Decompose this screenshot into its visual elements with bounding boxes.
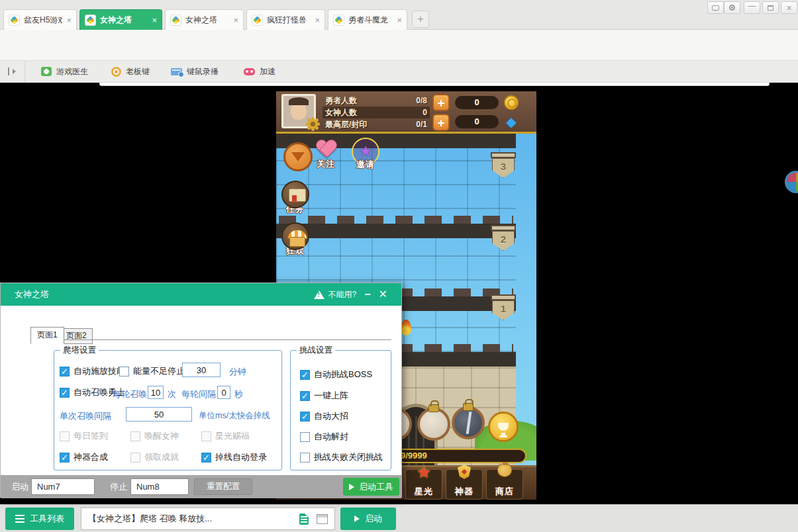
artifact-button[interactable]: 神器 (446, 469, 483, 500)
summon-gap-input[interactable] (126, 407, 192, 421)
panel-collapse-button[interactable] (283, 142, 313, 171)
starlight-button[interactable]: ★ 星光 (405, 469, 442, 500)
add-diamond-button[interactable]: + (432, 114, 450, 131)
current-task-field[interactable]: 【女神之塔】爬塔 召唤 释放技... (81, 508, 335, 530)
maximize-button[interactable] (762, 1, 779, 14)
checkbox-box[interactable] (300, 412, 310, 421)
tool-list-button[interactable]: 工具列表 (5, 508, 74, 530)
tab-close-icon[interactable]: × (66, 16, 72, 24)
checkbox-auto-unseal[interactable]: 自动解封 (300, 431, 348, 443)
dialog-title-bar[interactable]: 女神之塔 不能用? − ✕ (1, 283, 401, 306)
stat-value: 0/1 (416, 118, 427, 130)
diamond-count: 0 (455, 115, 499, 128)
collapse-icon (7, 67, 18, 76)
quest-button[interactable]: 任务 (281, 181, 309, 215)
tab-close-icon[interactable]: × (152, 16, 157, 24)
star-icon: ★ (417, 463, 431, 482)
checkbox-box[interactable] (300, 391, 310, 401)
checkbox-auto-boss[interactable]: 自动挑战BOSS (300, 369, 372, 380)
tower-ledge (276, 224, 516, 238)
medkit-icon (41, 67, 52, 76)
torch-flame (401, 320, 411, 335)
start-button[interactable]: 启动 (340, 508, 396, 530)
start-hotkey-input[interactable] (31, 478, 95, 495)
dialog-title: 女神之塔 (15, 288, 49, 300)
new-tab-button[interactable]: + (412, 11, 429, 28)
checkbox-wake-goddess[interactable]: 唤醒女神 (130, 430, 179, 442)
settings-button[interactable] (724, 1, 740, 14)
checkbox-auto-relogin[interactable]: 掉线自动登录 (201, 451, 267, 463)
dialog-tab-page2[interactable]: 页面2 (60, 328, 93, 344)
script-doc-icon[interactable] (299, 513, 309, 525)
toolbar-item-macro-record[interactable]: 键鼠录播 (171, 61, 219, 82)
checkbox-box[interactable] (60, 367, 70, 377)
carnival-button[interactable]: 狂欢 (281, 222, 309, 257)
tab-goddess-tower-active[interactable]: 女神之塔 × (79, 9, 162, 30)
hero-slot[interactable] (417, 408, 450, 441)
invite-label: 邀请 (356, 159, 375, 171)
stop-hotkey-input[interactable] (130, 478, 189, 495)
tab-dragon-slayer[interactable]: 勇者斗魔龙 × (328, 9, 407, 30)
checkbox-box[interactable] (60, 453, 70, 463)
feedback-button[interactable] (707, 1, 724, 14)
checkbox-claim-achievement[interactable]: 领取成就 (130, 451, 179, 463)
panel-window-icon[interactable] (317, 514, 328, 524)
summon-gap-label: 单次召唤间隔 (60, 410, 111, 422)
floating-helper-orb[interactable] (785, 171, 798, 193)
checkbox-box[interactable] (130, 431, 140, 441)
toolbar-item-boss-key[interactable]: 老板键 (111, 61, 150, 82)
minutes-unit-label: 分钟 (229, 366, 246, 378)
checkbox-auto-ultimate[interactable]: 自动大招 (300, 410, 348, 422)
hero-slot-knight[interactable] (452, 406, 485, 439)
checkbox-starlight-blessing[interactable]: 星光赐福 (201, 430, 250, 442)
minimize-button[interactable]: — (744, 1, 760, 14)
tab-goddess-tower-2[interactable]: 女神之塔 × (165, 9, 244, 30)
checkbox-energy-stop[interactable]: 能量不足停止 (119, 365, 185, 377)
checkbox-box[interactable] (201, 453, 211, 463)
checkbox-box[interactable] (60, 431, 70, 441)
checkbox-artifact-synthesis[interactable]: 神器合成 (60, 451, 108, 463)
energy-stop-minutes-input[interactable] (182, 363, 221, 377)
tab-close-icon[interactable]: × (397, 16, 402, 24)
close-button[interactable]: × (781, 1, 797, 14)
checkbox-box[interactable] (300, 453, 310, 463)
dialog-tab-page1[interactable]: 页面1 (30, 327, 64, 344)
checkbox-box[interactable] (130, 453, 140, 463)
per-round-input[interactable] (148, 386, 164, 399)
toolbar-item-speedup[interactable]: 加速 (244, 61, 275, 82)
checkbox-close-on-fail[interactable]: 挑战失败关闭挑战 (300, 451, 383, 463)
coin-count: 0 (455, 96, 499, 109)
checkbox-box[interactable] (119, 367, 129, 377)
follow-label: 关注 (317, 158, 335, 170)
quest-scroll-icon (281, 181, 309, 208)
checkbox-daily-signin[interactable]: 每日签到 (60, 430, 108, 442)
invite-button[interactable]: ★ 邀请 (352, 138, 379, 171)
checkbox-one-key-deploy[interactable]: 一键上阵 (300, 390, 348, 402)
checkbox-label: 能量不足停止 (133, 365, 185, 377)
tab-h5-games[interactable]: 盆友H5游戏... × (3, 9, 77, 30)
checkbox-box[interactable] (201, 431, 211, 441)
launch-tool-button[interactable]: 启动工具 (343, 478, 399, 496)
follow-button[interactable]: 关注 (316, 140, 336, 170)
dialog-close-button[interactable]: ✕ (379, 289, 387, 300)
play-icon (349, 484, 354, 490)
checkbox-auto-cast-skill[interactable]: 自动施放技能 (60, 365, 125, 377)
dialog-minimize-button[interactable]: − (364, 289, 370, 300)
shop-button[interactable]: 商店 (486, 469, 523, 500)
checkbox-box[interactable] (300, 370, 310, 380)
add-coin-button[interactable]: + (432, 94, 450, 111)
tab-monster-crazy[interactable]: 疯狂打怪兽 × (246, 9, 325, 30)
checkbox-box[interactable] (300, 432, 310, 442)
reset-config-button[interactable]: 重置配置 (194, 478, 252, 495)
not-working-link[interactable]: 不能用? (314, 289, 357, 300)
tab-close-icon[interactable]: × (315, 16, 320, 24)
trophy-button[interactable] (488, 412, 519, 442)
toolbar-collapse-button[interactable] (0, 61, 25, 82)
round-gap-input[interactable] (217, 386, 230, 399)
money-bag-icon (497, 464, 512, 477)
tab-close-icon[interactable]: × (233, 16, 238, 24)
comment-icon (712, 5, 719, 11)
avatar-gear-icon[interactable] (308, 119, 318, 129)
toolbar-item-game-doctor[interactable]: 游戏医生 (41, 61, 88, 82)
checkbox-box[interactable] (60, 388, 70, 398)
